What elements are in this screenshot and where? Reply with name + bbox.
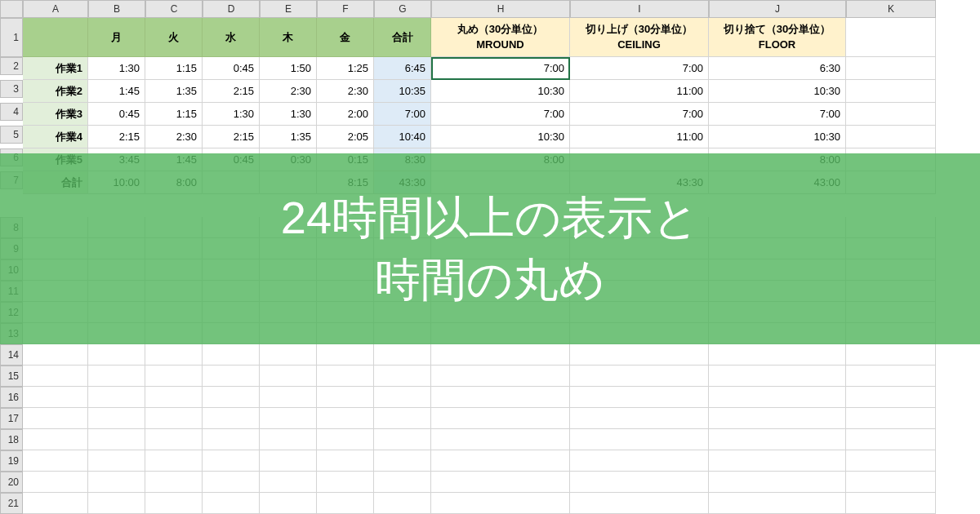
cell-E18[interactable] (260, 429, 317, 450)
cell-D18[interactable] (203, 429, 260, 450)
header-mround[interactable]: 丸め（30分単位） MROUND (431, 18, 570, 57)
cell-D15[interactable] (203, 366, 260, 387)
cell-E4[interactable]: 1:30 (260, 103, 317, 126)
cell-A21[interactable] (23, 493, 88, 514)
col-header-A[interactable]: A (23, 0, 88, 18)
cell-K1[interactable] (846, 18, 936, 57)
cell-C14[interactable] (145, 344, 203, 366)
row-header-4[interactable]: 4 (0, 103, 23, 121)
col-header-C[interactable]: C (145, 0, 203, 18)
cell-A19[interactable] (23, 450, 88, 472)
cell-J15[interactable] (709, 366, 846, 387)
header-ceiling[interactable]: 切り上げ（30分単位） CEILING (570, 18, 709, 57)
header-sum[interactable]: 合計 (374, 18, 431, 57)
col-header-D[interactable]: D (203, 0, 260, 18)
cell-A16[interactable] (23, 387, 88, 408)
cell-K4[interactable] (846, 103, 936, 126)
cell-I16[interactable] (570, 387, 709, 408)
cell-J17[interactable] (709, 408, 846, 429)
cell-J4[interactable]: 7:00 (709, 103, 846, 126)
cell-B16[interactable] (88, 387, 145, 408)
cell-F14[interactable] (317, 344, 374, 366)
cell-J14[interactable] (709, 344, 846, 366)
row-header-20[interactable]: 20 (0, 472, 23, 493)
cell-D14[interactable] (203, 344, 260, 366)
cell-G5[interactable]: 10:40 (374, 126, 431, 148)
cell-E16[interactable] (260, 387, 317, 408)
cell-F19[interactable] (317, 450, 374, 472)
col-header-H[interactable]: H (431, 0, 570, 18)
cell-F3[interactable]: 2:30 (317, 80, 374, 103)
cell-C21[interactable] (145, 493, 203, 514)
cell-F2[interactable]: 1:25 (317, 57, 374, 80)
cell-D19[interactable] (203, 450, 260, 472)
cell-H20[interactable] (431, 472, 570, 493)
cell-A15[interactable] (23, 366, 88, 387)
cell-K17[interactable] (846, 408, 936, 429)
cell-G21[interactable] (374, 493, 431, 514)
header-floor[interactable]: 切り捨て（30分単位） FLOOR (709, 18, 846, 57)
cell-B17[interactable] (88, 408, 145, 429)
cell-B2[interactable]: 1:30 (88, 57, 145, 80)
header-blank[interactable] (23, 18, 88, 57)
cell-I3[interactable]: 11:00 (570, 80, 709, 103)
cell-G14[interactable] (374, 344, 431, 366)
cell-A3[interactable]: 作業2 (23, 80, 88, 103)
cell-H3[interactable]: 10:30 (431, 80, 570, 103)
cell-I14[interactable] (570, 344, 709, 366)
cell-H5[interactable]: 10:30 (431, 126, 570, 148)
cell-B3[interactable]: 1:45 (88, 80, 145, 103)
row-header-15[interactable]: 15 (0, 366, 23, 387)
cell-F18[interactable] (317, 429, 374, 450)
cell-F5[interactable]: 2:05 (317, 126, 374, 148)
cell-A20[interactable] (23, 472, 88, 493)
cell-A14[interactable] (23, 344, 88, 366)
cell-E21[interactable] (260, 493, 317, 514)
cell-H15[interactable] (431, 366, 570, 387)
header-mon[interactable]: 月 (88, 18, 145, 57)
cell-C3[interactable]: 1:35 (145, 80, 203, 103)
cell-H4[interactable]: 7:00 (431, 103, 570, 126)
cell-F17[interactable] (317, 408, 374, 429)
cell-I19[interactable] (570, 450, 709, 472)
cell-C2[interactable]: 1:15 (145, 57, 203, 80)
cell-F4[interactable]: 2:00 (317, 103, 374, 126)
cell-C5[interactable]: 2:30 (145, 126, 203, 148)
cell-C20[interactable] (145, 472, 203, 493)
cell-K20[interactable] (846, 472, 936, 493)
cell-G15[interactable] (374, 366, 431, 387)
cell-C16[interactable] (145, 387, 203, 408)
col-header-F[interactable]: F (317, 0, 374, 18)
cell-I5[interactable]: 11:00 (570, 126, 709, 148)
cell-B21[interactable] (88, 493, 145, 514)
cell-J16[interactable] (709, 387, 846, 408)
cell-D2[interactable]: 0:45 (203, 57, 260, 80)
cell-C17[interactable] (145, 408, 203, 429)
row-header-21[interactable]: 21 (0, 493, 23, 514)
cell-G18[interactable] (374, 429, 431, 450)
cell-E14[interactable] (260, 344, 317, 366)
row-header-18[interactable]: 18 (0, 429, 23, 450)
cell-K2[interactable] (846, 57, 936, 80)
cell-I18[interactable] (570, 429, 709, 450)
cell-E17[interactable] (260, 408, 317, 429)
cell-G3[interactable]: 10:35 (374, 80, 431, 103)
cell-B19[interactable] (88, 450, 145, 472)
cell-H16[interactable] (431, 387, 570, 408)
cell-G17[interactable] (374, 408, 431, 429)
cell-C15[interactable] (145, 366, 203, 387)
cell-C19[interactable] (145, 450, 203, 472)
cell-F16[interactable] (317, 387, 374, 408)
cell-D20[interactable] (203, 472, 260, 493)
row-header-1[interactable]: 1 (0, 18, 23, 57)
cell-G2[interactable]: 6:45 (374, 57, 431, 80)
cell-D21[interactable] (203, 493, 260, 514)
row-header-14[interactable]: 14 (0, 344, 23, 366)
row-header-19[interactable]: 19 (0, 450, 23, 472)
row-header-3[interactable]: 3 (0, 80, 23, 98)
cell-J2[interactable]: 6:30 (709, 57, 846, 80)
cell-K18[interactable] (846, 429, 936, 450)
cell-J3[interactable]: 10:30 (709, 80, 846, 103)
cell-A18[interactable] (23, 429, 88, 450)
cell-B15[interactable] (88, 366, 145, 387)
